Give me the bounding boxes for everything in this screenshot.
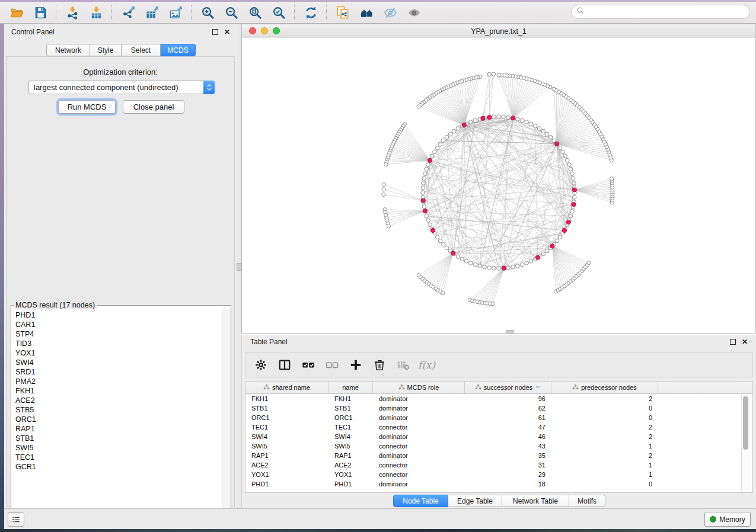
mcds-hub-node[interactable] <box>572 202 576 206</box>
mcds-result-item[interactable]: TEC1 <box>15 453 231 462</box>
ring-node[interactable] <box>558 235 562 239</box>
ring-node[interactable] <box>541 252 546 256</box>
ring-node[interactable] <box>448 132 452 136</box>
mcds-result-item[interactable]: SRD1 <box>15 367 231 377</box>
ring-node[interactable] <box>422 177 426 181</box>
mcds-result-item[interactable]: SWI5 <box>15 443 231 453</box>
ring-node[interactable] <box>425 214 429 218</box>
ring-node[interactable] <box>561 150 565 154</box>
ring-node[interactable] <box>572 196 576 200</box>
ring-node[interactable] <box>537 127 541 131</box>
mcds-result-item[interactable]: PMA2 <box>15 377 231 386</box>
mcds-hub-node[interactable] <box>535 255 540 259</box>
search-field[interactable] <box>571 5 750 19</box>
leaf-node[interactable] <box>610 177 614 181</box>
open-file-button[interactable] <box>5 4 28 21</box>
mcds-result-item[interactable]: YOX1 <box>15 348 231 358</box>
memory-button[interactable]: Memory <box>704 512 751 527</box>
optimization-dropdown[interactable]: largest connected component (undirected) <box>28 81 215 94</box>
ring-node[interactable] <box>478 264 482 268</box>
tab-network-table[interactable]: Network Table <box>502 495 569 507</box>
ring-node[interactable] <box>445 246 449 250</box>
column-header-predecessor-nodes[interactable]: predecessor nodes <box>551 382 658 393</box>
ring-node[interactable] <box>423 172 428 176</box>
float-table-panel-icon[interactable] <box>730 339 736 345</box>
ring-node[interactable] <box>456 255 460 259</box>
ring-node[interactable] <box>469 120 473 124</box>
mcds-result-item[interactable]: GCR1 <box>15 462 231 472</box>
export-network-button[interactable] <box>116 4 140 21</box>
mcds-result-item[interactable]: SWI4 <box>15 358 231 367</box>
mcds-hub-node[interactable] <box>562 228 566 232</box>
ring-node[interactable] <box>492 266 496 270</box>
ring-node[interactable] <box>520 118 524 123</box>
leaf-node[interactable] <box>587 261 591 265</box>
first-neighbors-button[interactable] <box>355 4 378 21</box>
ring-node[interactable] <box>492 115 496 119</box>
ring-node[interactable] <box>502 115 506 119</box>
ring-node[interactable] <box>460 257 464 261</box>
ring-node[interactable] <box>525 120 529 124</box>
table-row[interactable]: TEC1TEC1connector472 <box>245 422 752 432</box>
network-graph[interactable] <box>242 38 755 333</box>
ring-node[interactable] <box>506 116 511 120</box>
tab-style[interactable]: Style <box>90 44 122 56</box>
ring-node[interactable] <box>545 249 549 253</box>
zoom-in-button[interactable] <box>196 4 219 21</box>
ring-node[interactable] <box>520 262 524 267</box>
ring-node[interactable] <box>445 135 449 139</box>
ring-node[interactable] <box>435 235 439 239</box>
ring-node[interactable] <box>473 118 477 123</box>
table-row[interactable]: PHD1PHD1dominator180 <box>245 479 752 489</box>
mcds-result-item[interactable]: CAR1 <box>15 320 231 329</box>
table-row[interactable]: SWI4SWI4dominator462 <box>245 432 752 441</box>
save-button[interactable] <box>28 4 52 21</box>
close-panel-button[interactable]: Close panel <box>123 100 184 114</box>
ring-node[interactable] <box>529 259 533 264</box>
column-header-shared-name[interactable]: shared name <box>245 382 328 393</box>
mcds-result-item[interactable]: ORC1 <box>15 415 231 424</box>
mcds-hub-node[interactable] <box>421 198 425 203</box>
column-header-successor-nodes[interactable]: successor nodes <box>465 382 551 393</box>
zoom-out-button[interactable] <box>219 4 243 21</box>
ring-node[interactable] <box>464 259 468 264</box>
mcds-result-item[interactable]: STB5 <box>15 405 231 415</box>
select-all-button[interactable] <box>300 357 316 373</box>
window-minimize-light[interactable] <box>261 27 268 34</box>
leaf-node[interactable] <box>497 73 500 77</box>
table-row[interactable]: FKH1FKH1dominator962 <box>245 394 752 403</box>
tab-node-table[interactable]: Node Table <box>393 495 448 507</box>
leaf-node[interactable] <box>487 73 491 76</box>
ring-node[interactable] <box>506 266 511 270</box>
ring-node[interactable] <box>428 223 432 227</box>
mcds-hub-node[interactable] <box>423 209 427 213</box>
mcds-hub-node[interactable] <box>451 251 455 255</box>
table-scrollbar-thumb[interactable] <box>743 396 748 450</box>
ring-node[interactable] <box>433 150 437 154</box>
ring-node[interactable] <box>422 181 426 185</box>
columns-button[interactable] <box>276 357 292 373</box>
ring-node[interactable] <box>525 261 529 265</box>
ring-node[interactable] <box>483 265 487 269</box>
leaf-node[interactable] <box>552 87 556 91</box>
ring-node[interactable] <box>421 191 425 195</box>
network-titlebar[interactable]: YPA_prune.txt_1 <box>242 24 755 39</box>
ring-node[interactable] <box>571 177 575 181</box>
ring-node[interactable] <box>441 242 445 246</box>
table-row[interactable]: ORC1ORC1dominator610 <box>245 413 752 422</box>
import-network-button[interactable] <box>60 4 84 21</box>
window-close-light[interactable] <box>249 27 256 34</box>
ring-node[interactable] <box>425 167 429 171</box>
export-image-button[interactable] <box>164 4 187 21</box>
ring-node[interactable] <box>430 154 435 158</box>
column-header-name[interactable]: name <box>328 382 373 393</box>
ring-node[interactable] <box>497 267 501 271</box>
mcds-hub-node[interactable] <box>572 188 576 192</box>
leaf-node[interactable] <box>387 225 390 228</box>
table-row[interactable]: STB1STB1dominator620 <box>245 403 752 413</box>
leaf-node[interactable] <box>417 105 420 108</box>
tab-motifs[interactable]: Motifs <box>569 495 605 507</box>
tab-network[interactable]: Network <box>46 44 90 56</box>
ring-node[interactable] <box>566 158 570 162</box>
settings-button[interactable] <box>253 357 269 373</box>
